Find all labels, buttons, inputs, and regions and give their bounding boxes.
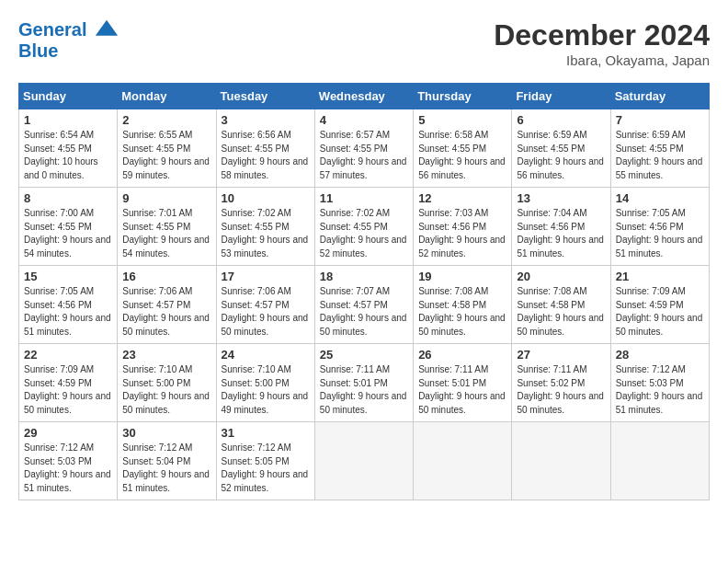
col-wednesday: Wednesday	[314, 84, 413, 109]
table-row: 7Sunrise: 6:59 AMSunset: 4:55 PMDaylight…	[610, 109, 709, 188]
table-row: 12Sunrise: 7:03 AMSunset: 4:56 PMDayligh…	[414, 188, 512, 266]
col-friday: Friday	[512, 84, 610, 109]
logo: General Blue	[18, 18, 121, 62]
col-thursday: Thursday	[414, 84, 512, 109]
table-row: 27Sunrise: 7:11 AMSunset: 5:02 PMDayligh…	[512, 344, 610, 422]
table-row: 5Sunrise: 6:58 AMSunset: 4:55 PMDaylight…	[414, 109, 512, 188]
table-row	[414, 422, 512, 500]
table-row: 16Sunrise: 7:06 AMSunset: 4:57 PMDayligh…	[118, 266, 216, 344]
table-row: 21Sunrise: 7:09 AMSunset: 4:59 PMDayligh…	[610, 266, 709, 344]
table-row: 25Sunrise: 7:11 AMSunset: 5:01 PMDayligh…	[314, 344, 413, 422]
table-row: 17Sunrise: 7:06 AMSunset: 4:57 PMDayligh…	[216, 266, 314, 344]
col-saturday: Saturday	[610, 84, 709, 109]
title-block: December 2024 Ibara, Okayama, Japan	[494, 18, 710, 68]
table-row: 3Sunrise: 6:56 AMSunset: 4:55 PMDaylight…	[216, 109, 314, 188]
page-header: General Blue December 2024 Ibara, Okayam…	[18, 18, 710, 68]
table-row: 10Sunrise: 7:02 AMSunset: 4:55 PMDayligh…	[216, 188, 314, 266]
table-row: 22Sunrise: 7:09 AMSunset: 4:59 PMDayligh…	[19, 344, 118, 422]
table-row: 11Sunrise: 7:02 AMSunset: 4:55 PMDayligh…	[314, 188, 413, 266]
table-row: 1Sunrise: 6:54 AMSunset: 4:55 PMDaylight…	[19, 109, 118, 188]
table-row: 19Sunrise: 7:08 AMSunset: 4:58 PMDayligh…	[414, 266, 512, 344]
table-row: 8Sunrise: 7:00 AMSunset: 4:55 PMDaylight…	[19, 188, 118, 266]
svg-marker-0	[96, 20, 118, 36]
month-title: December 2024	[494, 18, 710, 52]
col-sunday: Sunday	[19, 84, 118, 109]
table-row: 4Sunrise: 6:57 AMSunset: 4:55 PMDaylight…	[314, 109, 413, 188]
table-row: 23Sunrise: 7:10 AMSunset: 5:00 PMDayligh…	[118, 344, 216, 422]
table-row: 13Sunrise: 7:04 AMSunset: 4:56 PMDayligh…	[512, 188, 610, 266]
table-row: 2Sunrise: 6:55 AMSunset: 4:55 PMDaylight…	[118, 109, 216, 188]
col-tuesday: Tuesday	[216, 84, 314, 109]
table-row: 6Sunrise: 6:59 AMSunset: 4:55 PMDaylight…	[512, 109, 610, 188]
table-row	[512, 422, 610, 500]
table-row: 28Sunrise: 7:12 AMSunset: 5:03 PMDayligh…	[610, 344, 709, 422]
table-row: 20Sunrise: 7:08 AMSunset: 4:58 PMDayligh…	[512, 266, 610, 344]
table-row: 24Sunrise: 7:10 AMSunset: 5:00 PMDayligh…	[216, 344, 314, 422]
table-row: 31Sunrise: 7:12 AMSunset: 5:05 PMDayligh…	[216, 422, 314, 500]
table-row: 30Sunrise: 7:12 AMSunset: 5:04 PMDayligh…	[118, 422, 216, 500]
table-row	[314, 422, 413, 500]
table-row: 26Sunrise: 7:11 AMSunset: 5:01 PMDayligh…	[414, 344, 512, 422]
calendar-table: Sunday Monday Tuesday Wednesday Thursday…	[18, 83, 710, 500]
header-row: Sunday Monday Tuesday Wednesday Thursday…	[19, 84, 710, 109]
table-row: 15Sunrise: 7:05 AMSunset: 4:56 PMDayligh…	[19, 266, 118, 344]
col-monday: Monday	[118, 84, 216, 109]
table-row: 9Sunrise: 7:01 AMSunset: 4:55 PMDaylight…	[118, 188, 216, 266]
location: Ibara, Okayama, Japan	[494, 52, 710, 68]
table-row	[610, 422, 709, 500]
table-row: 14Sunrise: 7:05 AMSunset: 4:56 PMDayligh…	[610, 188, 709, 266]
table-row: 18Sunrise: 7:07 AMSunset: 4:57 PMDayligh…	[314, 266, 413, 344]
table-row: 29Sunrise: 7:12 AMSunset: 5:03 PMDayligh…	[19, 422, 118, 500]
